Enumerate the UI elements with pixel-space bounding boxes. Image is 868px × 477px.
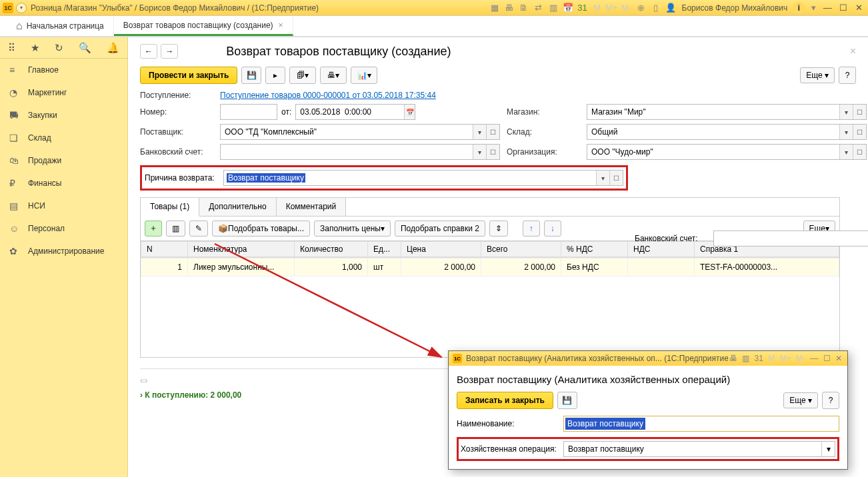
app-menu-dropdown[interactable]: ▾ <box>16 3 27 13</box>
date-31-icon[interactable]: 31 <box>577 2 589 14</box>
supplier-select[interactable]: ▾☐ <box>220 124 500 140</box>
sidebar-icon: 🛍 <box>9 155 23 166</box>
dialog-minimize-icon[interactable]: — <box>810 354 818 363</box>
dialog-calc-icon[interactable]: ▥ <box>742 354 749 363</box>
form-tabs: Товары (1) Дополнительно Комментарий <box>140 197 840 216</box>
dialog-maximize-icon[interactable]: ☐ <box>823 354 831 363</box>
panel-icon[interactable]: ▯ <box>650 2 662 14</box>
edit-row-button[interactable]: ✎ <box>189 221 208 237</box>
tab-home[interactable]: Начальная страница <box>7 16 114 36</box>
pick-certificates-button[interactable]: Подобрать справки 2 <box>395 221 485 237</box>
dropdown-icon[interactable]: ▾ <box>807 2 819 14</box>
comment-placeholder-icon[interactable]: ▭ <box>140 376 147 385</box>
close-button[interactable]: ✕ <box>852 3 865 13</box>
tab-goods[interactable]: Товары (1) <box>141 198 199 217</box>
help-button[interactable]: ? <box>839 67 856 84</box>
dialog-close-icon[interactable]: ✕ <box>835 354 842 363</box>
sidebar-item-3[interactable]: ❏Склад <box>0 127 127 149</box>
date-input[interactable]: 📅 <box>295 104 415 120</box>
m-plus-icon[interactable]: M+ <box>606 2 618 14</box>
sidebar-item-8[interactable]: ✿Администрирование <box>0 240 127 262</box>
column-header[interactable]: % НДС <box>561 242 628 257</box>
apps-grid-icon[interactable]: ⠿ <box>8 42 15 54</box>
based-on-button[interactable]: 📊▾ <box>351 67 377 84</box>
notifications-bell-icon[interactable]: 🔔 <box>107 42 119 54</box>
page-close-icon[interactable]: × <box>850 45 856 57</box>
dialog-operation-select[interactable]: ▾ <box>563 441 835 457</box>
user-icon: 👤 <box>665 2 677 14</box>
warehouse-select[interactable]: ▾☐ <box>587 124 867 140</box>
column-header[interactable]: N <box>141 242 188 257</box>
sidebar-item-7[interactable]: ☺Персонал <box>0 217 127 240</box>
minimize-button[interactable]: — <box>821 3 834 13</box>
search-icon[interactable]: 🔍 <box>79 42 91 54</box>
table-row[interactable]: 1 Ликер эмульсионны... 1,000 шт 2 000,00… <box>141 258 839 276</box>
bank-account-select[interactable]: ▾☐ <box>220 144 500 160</box>
fill-prices-button[interactable]: Заполнить цены ▾ <box>314 221 391 237</box>
history-icon[interactable]: ↻ <box>55 42 63 54</box>
tab-close-icon[interactable]: × <box>279 21 283 30</box>
calendar-icon[interactable]: 📅 <box>562 2 574 14</box>
sidebar-item-6[interactable]: ▤НСИ <box>0 195 127 217</box>
column-header[interactable]: Цена <box>401 242 481 257</box>
org-bank-account-select[interactable]: ▾☐ <box>713 231 868 246</box>
dialog-calendar-icon[interactable]: 31 <box>755 354 763 363</box>
m-icon[interactable]: M <box>591 2 603 14</box>
calendar-picker-icon[interactable]: 📅 <box>404 105 415 119</box>
m-minus-icon[interactable]: M- <box>621 2 633 14</box>
calc-icon[interactable]: ▥ <box>547 2 559 14</box>
dialog-help-button[interactable]: ? <box>822 392 839 409</box>
label-reason: Причина возврата: <box>145 173 217 183</box>
print-icon[interactable]: 🖶 <box>503 2 515 14</box>
sidebar-item-1[interactable]: ◔Маркетинг <box>0 81 127 104</box>
nav-back-button[interactable]: ← <box>140 44 157 59</box>
zoom-icon[interactable]: ⊕ <box>635 2 647 14</box>
dialog-print-icon[interactable]: 🖶 <box>729 354 737 363</box>
expand-button[interactable]: ⇕ <box>489 221 508 237</box>
more-button[interactable]: Еще ▾ <box>800 67 835 83</box>
save-button[interactable]: 💾 <box>241 67 261 84</box>
tab-comment[interactable]: Комментарий <box>277 198 347 216</box>
dialog-m-icon[interactable]: M <box>768 354 775 363</box>
dialog-operation-row-highlighted: Хозяйственная операция: ▾ <box>457 437 839 461</box>
print-preview-icon[interactable]: ▦ <box>489 2 501 14</box>
dialog-m-minus-icon[interactable]: M- <box>796 354 805 363</box>
label-warehouse: Склад: <box>507 127 580 137</box>
attach-button[interactable]: 🗐▾ <box>289 67 316 84</box>
column-header[interactable]: Всего <box>481 242 561 257</box>
add-row-button[interactable]: + <box>145 221 162 237</box>
tab-additional[interactable]: Дополнительно <box>199 198 276 216</box>
sidebar-item-5[interactable]: ₽Финансы <box>0 172 127 195</box>
compare-icon[interactable]: ⇄ <box>533 2 545 14</box>
tab-return-document[interactable]: Возврат товаров поставщику (создание)× <box>114 16 293 36</box>
move-up-button[interactable]: ↑ <box>523 221 540 237</box>
store-select[interactable]: ▾☐ <box>587 104 867 120</box>
pick-goods-button[interactable]: 📦 Подобрать товары... <box>212 221 310 237</box>
column-header[interactable]: Номенклатура <box>188 242 295 257</box>
print-button[interactable]: 🖶▾ <box>320 67 347 84</box>
barcode-button[interactable]: ▥ <box>166 221 185 237</box>
nav-forward-button[interactable]: → <box>161 44 178 59</box>
sidebar-icon: ☺ <box>9 223 23 234</box>
dialog-save-button[interactable]: 💾 <box>557 392 577 409</box>
doc-icon[interactable]: 🗎 <box>518 2 530 14</box>
column-header[interactable]: Ед... <box>368 242 401 257</box>
info-icon[interactable]: i <box>793 2 805 14</box>
favorites-star-icon[interactable]: ★ <box>31 42 39 54</box>
process-and-close-button[interactable]: Провести и закрыть <box>140 67 237 84</box>
arrival-link[interactable]: Поступление товаров 0000-000001 от 03.05… <box>220 91 436 100</box>
dialog-more-button[interactable]: Еще ▾ <box>783 392 818 408</box>
dialog-name-input[interactable]: Возврат поставщику <box>563 416 839 432</box>
move-down-button[interactable]: ↓ <box>544 221 561 237</box>
column-header[interactable]: Количество <box>295 242 368 257</box>
maximize-button[interactable]: ☐ <box>837 3 850 13</box>
sidebar-item-4[interactable]: 🛍Продажи <box>0 149 127 172</box>
dialog-m-plus-icon[interactable]: M+ <box>780 354 791 363</box>
sidebar-item-0[interactable]: ≡Главное <box>0 59 127 81</box>
number-input[interactable] <box>220 104 277 120</box>
sidebar-item-2[interactable]: ⛟Закупки <box>0 104 127 127</box>
dialog-save-close-button[interactable]: Записать и закрыть <box>457 392 553 409</box>
return-reason-select[interactable]: Возврат поставщику ▾☐ <box>223 170 623 186</box>
process-button[interactable]: ▸ <box>265 67 285 84</box>
org-select[interactable]: ▾☐ <box>587 144 867 160</box>
